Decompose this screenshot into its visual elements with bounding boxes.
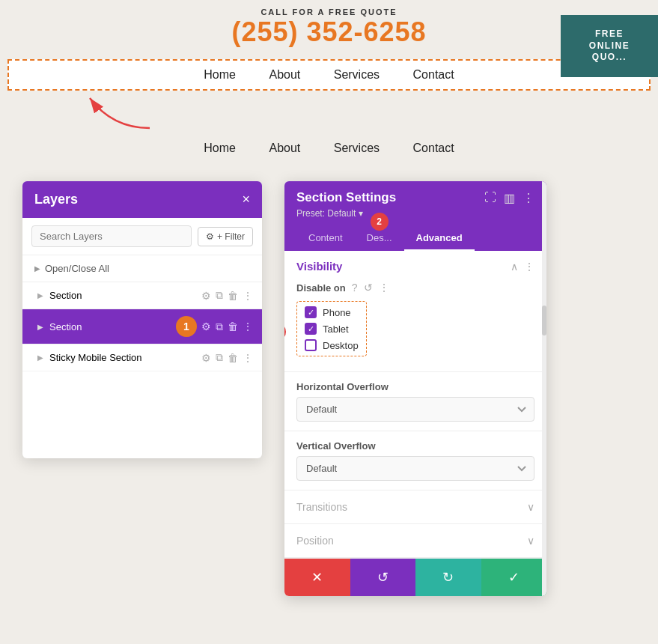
position-section[interactable]: Position ∨ bbox=[284, 524, 546, 558]
checkbox-tablet[interactable] bbox=[305, 323, 317, 335]
settings-panel-title: Section Settings bbox=[296, 190, 396, 205]
layer-sticky-name: Sticky Mobile Section bbox=[49, 352, 201, 363]
checkbox-phone[interactable] bbox=[305, 306, 317, 318]
undo-button[interactable]: ↺ bbox=[350, 559, 416, 596]
duplicate-sticky-icon[interactable]: ⧉ bbox=[216, 351, 223, 364]
more-icon[interactable]: ⋮ bbox=[243, 290, 253, 302]
tab-content[interactable]: Content bbox=[296, 226, 355, 251]
more-selected-icon[interactable]: ⋮ bbox=[243, 321, 253, 332]
cancel-button[interactable]: ✕ bbox=[284, 559, 350, 596]
nav-bar-second: Home About Services Contact bbox=[0, 136, 658, 166]
disable-more-icon[interactable]: ⋮ bbox=[379, 282, 389, 294]
layer-item-section-1[interactable]: ▶ Section ⚙ ⧉ 🗑 ⋮ bbox=[22, 282, 262, 309]
layer-item-sticky[interactable]: ▶ Sticky Mobile Section ⚙ ⧉ 🗑 ⋮ bbox=[22, 344, 262, 371]
horizontal-overflow-label: Horizontal Overflow bbox=[296, 381, 534, 392]
arrow-indicator bbox=[0, 91, 658, 136]
checkbox-phone-label: Phone bbox=[323, 307, 351, 318]
settings-header: Section Settings ⛶ ▥ ⋮ Preset: Default ▾… bbox=[284, 181, 546, 251]
action-bar: ✕ ↺ ↻ ✓ bbox=[284, 558, 546, 596]
step-2-badge: 2 bbox=[371, 213, 389, 231]
primary-nav: Home About Services Contact bbox=[9, 68, 649, 82]
vis-header-icons: ∧ ⋮ bbox=[511, 261, 534, 273]
layer-name: Section bbox=[49, 290, 201, 301]
layers-open-close-all[interactable]: ▶ Open/Close All bbox=[22, 255, 262, 282]
call-label: CALL FOR A FREE QUOTE bbox=[0, 7, 658, 16]
position-title: Position bbox=[296, 535, 334, 547]
secondary-nav: Home About Services Contact bbox=[0, 142, 658, 155]
step-3-badge: 3 bbox=[284, 323, 286, 341]
nav-home-1[interactable]: Home bbox=[204, 68, 236, 81]
settings-selected-icon[interactable]: ⚙ bbox=[201, 321, 211, 332]
transitions-expand-icon: ∨ bbox=[527, 501, 534, 513]
nav-contact-1[interactable]: Contact bbox=[413, 68, 454, 81]
scrollbar-thumb[interactable] bbox=[542, 306, 546, 335]
delete-icon[interactable]: 🗑 bbox=[228, 290, 238, 302]
layer-actions: ⚙ ⧉ 🗑 ⋮ bbox=[201, 289, 253, 302]
vis-collapse-icon[interactable]: ∧ bbox=[511, 261, 518, 273]
layer-name-selected: Section bbox=[49, 321, 176, 332]
transitions-section[interactable]: Transitions ∨ bbox=[284, 490, 546, 524]
nav-home-2[interactable]: Home bbox=[204, 142, 236, 154]
settings-header-icons: ⛶ ▥ ⋮ bbox=[484, 191, 534, 205]
settings-sticky-icon[interactable]: ⚙ bbox=[201, 352, 211, 364]
layers-filter-button[interactable]: ⚙ + Filter bbox=[198, 227, 253, 246]
main-area: Layers × ⚙ + Filter ▶ Open/Close All ▶ S… bbox=[0, 166, 658, 611]
settings-panel: Section Settings ⛶ ▥ ⋮ Preset: Default ▾… bbox=[284, 181, 546, 596]
save-button[interactable]: ✓ bbox=[481, 559, 547, 596]
visibility-header: Visibility ∧ ⋮ bbox=[296, 260, 534, 273]
checkbox-phone-row: Phone bbox=[305, 306, 359, 318]
duplicate-icon[interactable]: ⧉ bbox=[216, 289, 223, 302]
vertical-overflow-select[interactable]: Default bbox=[296, 456, 534, 481]
redo-button[interactable]: ↻ bbox=[415, 559, 481, 596]
settings-tabs: Content Des... 2 Advanced bbox=[296, 226, 534, 251]
layer-item-section-2[interactable]: ▶ Section 1 ⚙ ⧉ 🗑 ⋮ bbox=[22, 309, 262, 344]
nav-about-1[interactable]: About bbox=[269, 68, 300, 81]
delete-selected-icon[interactable]: 🗑 bbox=[228, 321, 238, 332]
vertical-overflow-label: Vertical Overflow bbox=[296, 440, 534, 452]
reset-icon[interactable]: ↺ bbox=[364, 282, 373, 294]
disable-on-row: Disable on ? ↺ ⋮ bbox=[296, 282, 534, 294]
settings-icon[interactable]: ⚙ bbox=[201, 290, 211, 302]
layer-chevron-icon: ▶ bbox=[37, 291, 43, 300]
phone-number: (255) 352-6258 bbox=[0, 16, 658, 48]
checkbox-options: Phone Tablet Desktop bbox=[296, 301, 367, 356]
checkbox-step3-wrap: 3 Phone Tablet Desktop bbox=[296, 301, 367, 362]
top-bar: CALL FOR A FREE QUOTE (255) 352-6258 bbox=[0, 0, 658, 52]
layers-search-input[interactable] bbox=[31, 225, 192, 247]
expand-icon[interactable]: ⛶ bbox=[484, 191, 496, 204]
split-view-icon[interactable]: ▥ bbox=[504, 191, 515, 205]
layers-panel: Layers × ⚙ + Filter ▶ Open/Close All ▶ S… bbox=[22, 181, 262, 458]
scrollbar-track[interactable] bbox=[542, 181, 546, 596]
delete-sticky-icon[interactable]: 🗑 bbox=[228, 352, 238, 364]
nav-about-2[interactable]: About bbox=[269, 142, 300, 154]
checkbox-desktop[interactable] bbox=[305, 339, 317, 351]
horizontal-overflow-select[interactable]: Default bbox=[296, 397, 534, 422]
tab-design[interactable]: Des... 2 bbox=[355, 226, 404, 251]
vis-more-icon[interactable]: ⋮ bbox=[524, 261, 534, 273]
step-1-badge: 1 bbox=[176, 316, 197, 337]
layers-header: Layers × bbox=[22, 181, 262, 218]
layers-close-button[interactable]: × bbox=[242, 192, 250, 207]
nav-services-1[interactable]: Services bbox=[334, 68, 380, 81]
visibility-section: Visibility ∧ ⋮ Disable on ? ↺ ⋮ 3 bbox=[284, 251, 546, 372]
more-settings-icon[interactable]: ⋮ bbox=[523, 191, 534, 205]
arrow-svg bbox=[75, 91, 165, 132]
settings-body: Visibility ∧ ⋮ Disable on ? ↺ ⋮ 3 bbox=[284, 251, 546, 596]
vertical-overflow-section: Vertical Overflow Default bbox=[284, 431, 546, 490]
checkbox-tablet-row: Tablet bbox=[305, 323, 359, 335]
checkbox-desktop-label: Desktop bbox=[323, 340, 359, 351]
nav-services-2[interactable]: Services bbox=[334, 142, 380, 154]
layers-title: Layers bbox=[34, 192, 78, 207]
layer-sticky-chevron-icon: ▶ bbox=[37, 353, 43, 362]
nav-contact-2[interactable]: Contact bbox=[413, 142, 454, 154]
position-expand-icon: ∨ bbox=[527, 535, 534, 547]
layer-chevron-selected-icon: ▶ bbox=[37, 323, 43, 331]
more-sticky-icon[interactable]: ⋮ bbox=[243, 352, 253, 364]
layers-search-row: ⚙ + Filter bbox=[22, 218, 262, 255]
chevron-icon: ▶ bbox=[34, 264, 40, 273]
tab-advanced[interactable]: Advanced bbox=[404, 226, 475, 251]
duplicate-selected-icon[interactable]: ⧉ bbox=[216, 321, 223, 333]
free-quote-button[interactable]: FREE ONLINE QUO... bbox=[561, 15, 658, 77]
help-icon[interactable]: ? bbox=[352, 282, 358, 294]
settings-preset[interactable]: Preset: Default ▾ bbox=[296, 208, 534, 219]
